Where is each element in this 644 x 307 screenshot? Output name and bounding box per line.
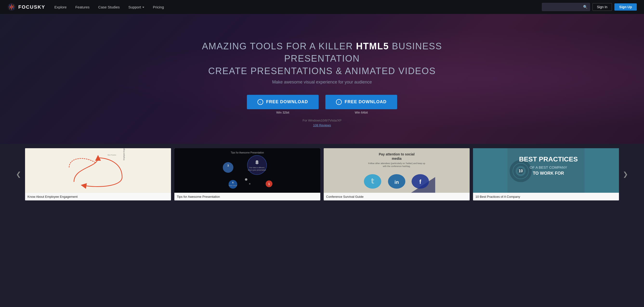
list-item[interactable]: Employee Engagement Best Practice Know A… — [25, 148, 171, 200]
logo-link[interactable]: FOCUSKY — [7, 3, 45, 11]
support-label: Support — [128, 5, 141, 9]
svg-text:Best Practice: Best Practice — [108, 154, 116, 156]
svg-text:Employee Engagement: Employee Engagement — [123, 148, 125, 160]
card-2-image: Tips for Awesome Presentation 3 8 Your i… — [174, 148, 320, 193]
svg-point-18 — [249, 183, 250, 185]
card-1-label: Know About Employee Engagement — [25, 193, 171, 200]
hero-title-bold: HTML5 — [356, 41, 389, 51]
hero-section: AMAZING TOOLS FOR A KILLER HTML5 BUSINES… — [0, 14, 644, 144]
svg-point-17 — [245, 178, 247, 181]
svg-text:Follow other attendees (partic: Follow other attendees (particularly on … — [368, 162, 425, 165]
logo-text: FOCUSKY — [18, 4, 45, 10]
download-64-label: FREE DOWNLOAD — [345, 99, 386, 104]
svg-rect-1 — [60, 148, 136, 193]
list-item[interactable]: 10 BEST PRACTICES OF A BEST COMPANY TO W… — [473, 148, 619, 200]
navbar: FOCUSKY Explore Features Case Studies Su… — [0, 0, 644, 14]
employee-engagement-svg: Employee Engagement Best Practice — [25, 148, 171, 193]
hero-buttons: ↓ FREE DOWNLOAD Win 32bit ↓ FREE DOWNLOA… — [247, 95, 397, 114]
hero-footer: For Windows10/8/7Vista/XP 108 Reviews — [302, 119, 342, 127]
download-32-button[interactable]: ↓ FREE DOWNLOAD — [247, 95, 319, 109]
card-4-label: 10 Best Practices of A Company — [473, 193, 619, 200]
download-64-wrap: ↓ FREE DOWNLOAD Win 64bit — [325, 95, 397, 114]
svg-text:1: 1 — [268, 182, 270, 186]
svg-text:10: 10 — [518, 169, 523, 173]
signin-button[interactable]: Sign In — [592, 3, 612, 11]
hero-reviews-link[interactable]: 108 Reviews — [313, 123, 331, 127]
presentation-tips-svg: Tips for Awesome Presentation 3 8 Your i… — [174, 148, 320, 193]
chevron-down-icon — [142, 7, 144, 8]
nav-link-explore[interactable]: Explore — [50, 0, 71, 14]
nav-link-support[interactable]: Support — [124, 0, 148, 14]
svg-text:3: 3 — [227, 164, 229, 167]
navbar-right: 🔍 Sign In Sign Up — [542, 3, 637, 11]
nav-links: Explore Features Case Studies Support Pr… — [50, 0, 542, 14]
nav-link-features[interactable]: Features — [71, 0, 94, 14]
carousel-next-button[interactable]: ❯ — [619, 168, 632, 180]
nav-link-pricing[interactable]: Pricing — [148, 0, 168, 14]
carousel-items: Employee Engagement Best Practice Know A… — [25, 148, 619, 200]
svg-text:media: media — [392, 157, 402, 160]
conference-guide-svg: Pay attention to social media Follow oth… — [324, 148, 470, 193]
card-3-image: Pay attention to social media Follow oth… — [324, 148, 470, 193]
download-32-label: FREE DOWNLOAD — [266, 99, 308, 104]
search-icon: 🔍 — [583, 5, 588, 9]
svg-text:Your idea is different,: Your idea is different, — [249, 167, 265, 168]
svg-text:f: f — [419, 179, 422, 185]
best-practices-svg: 10 BEST PRACTICES OF A BEST COMPANY TO W… — [473, 148, 619, 193]
card-2-label: Tips for Awesome Presentation — [174, 193, 320, 200]
svg-text:why is your presentation: why is your presentation — [248, 169, 266, 171]
download-64-sublabel: Win 64bit — [355, 111, 368, 114]
card-3-label: Conference Survival Guide — [324, 193, 470, 200]
hero-title: AMAZING TOOLS FOR A KILLER HTML5 BUSINES… — [202, 40, 442, 77]
svg-text:5: 5 — [232, 181, 233, 184]
list-item[interactable]: Pay attention to social media Follow oth… — [324, 148, 470, 200]
hero-title-part1: AMAZING TOOLS FOR A KILLER — [202, 41, 356, 51]
search-input[interactable] — [544, 5, 583, 9]
hero-compat-text: For Windows10/8/7Vista/XP — [302, 119, 342, 122]
card-1-image: Employee Engagement Best Practice — [25, 148, 171, 193]
svg-point-6 — [223, 162, 233, 173]
carousel-prev-button[interactable]: ❮ — [12, 168, 25, 180]
hero-title-line2: CREATE PRESENTATIONS & ANIMATED VIDEOS — [208, 66, 436, 76]
svg-text:8: 8 — [256, 159, 258, 165]
download-32-wrap: ↓ FREE DOWNLOAD Win 32bit — [247, 95, 319, 114]
signup-button[interactable]: Sign Up — [614, 3, 637, 10]
svg-text:OF A BEST COMPANY: OF A BEST COMPANY — [530, 165, 567, 169]
list-item[interactable]: Tips for Awesome Presentation 3 8 Your i… — [174, 148, 320, 200]
carousel-section: ❮ — [0, 144, 644, 205]
download-icon-32: ↓ — [258, 99, 263, 105]
download-icon-64: ↓ — [336, 99, 342, 105]
svg-text:TO WORK FOR: TO WORK FOR — [533, 171, 564, 176]
download-64-button[interactable]: ↓ FREE DOWNLOAD — [325, 95, 397, 109]
svg-text:BEST PRACTICES: BEST PRACTICES — [519, 155, 578, 163]
download-32-sublabel: Win 32bit — [276, 111, 289, 114]
svg-text:Tips for Awesome Presentation: Tips for Awesome Presentation — [231, 151, 264, 154]
svg-text:in: in — [394, 180, 399, 185]
hero-subtitle: Make awesome visual experience for your … — [272, 80, 372, 85]
svg-text:with the conference hashtag.: with the conference hashtag. — [382, 165, 410, 167]
logo-icon — [7, 3, 16, 11]
svg-text:𝕥: 𝕥 — [371, 177, 374, 185]
svg-text:Pay attention to social: Pay attention to social — [379, 152, 415, 156]
search-box: 🔍 — [542, 3, 590, 11]
card-4-image: 10 BEST PRACTICES OF A BEST COMPANY TO W… — [473, 148, 619, 193]
svg-text:Keep Casual: Keep Casual — [229, 185, 237, 186]
nav-link-case-studies[interactable]: Case Studies — [94, 0, 124, 14]
svg-rect-4 — [209, 148, 286, 193]
